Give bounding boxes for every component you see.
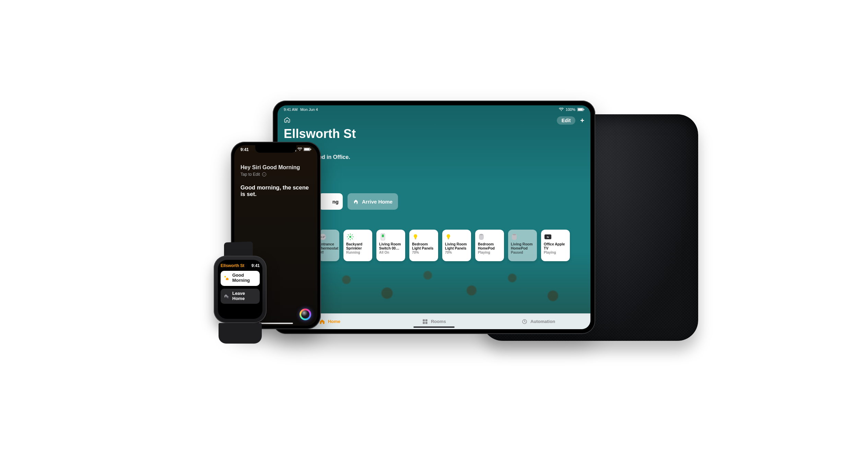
sun-house-icon [223, 275, 230, 281]
tile-name: Bedroom HomePod [478, 242, 501, 250]
add-button[interactable]: + [580, 117, 584, 125]
tile-bedroom-light-panels[interactable]: Bedroom Light Panels 70% [409, 230, 438, 261]
appletv-icon: tv [544, 232, 567, 241]
watch-title: Ellsworth St [221, 263, 244, 268]
tile-sub: 70% [412, 251, 435, 254]
ipad-tab-bar: Home Rooms Automation [278, 313, 590, 329]
svg-line-13 [348, 238, 349, 239]
sprinkler-icon [346, 232, 370, 241]
tab-label: Home [328, 319, 340, 324]
homepod-icon [511, 232, 534, 241]
tile-sub: Running [346, 251, 370, 254]
svg-point-33 [224, 276, 226, 278]
svg-rect-28 [425, 322, 427, 324]
scene-label: ng [332, 199, 339, 205]
tile-name: Living Room Light Panels [445, 242, 468, 250]
tap-to-edit-button[interactable]: Tap to Edit › [241, 172, 311, 177]
svg-rect-27 [423, 322, 425, 324]
wifi-icon [297, 147, 302, 152]
svg-rect-16 [382, 234, 384, 237]
siri-orb-icon[interactable] [300, 309, 311, 320]
tap-to-edit-label: Tap to Edit [241, 172, 260, 177]
home-icon[interactable] [284, 116, 291, 123]
thermostat-icon: 0.0° [319, 232, 337, 241]
watch-scene-leave-home[interactable]: Leave Home [221, 289, 260, 304]
tile-name: Entrance Thermostat [319, 242, 337, 250]
tab-label: Rooms [431, 319, 446, 324]
tile-name: Living Room HomePod [511, 242, 534, 250]
svg-line-11 [348, 234, 349, 235]
tile-name: Bedroom Light Panels [412, 242, 435, 250]
tile-living-room-switch[interactable]: Living Room Switch 00… All On [376, 230, 405, 261]
favorite-scenes-row: ng Arrive Home [319, 193, 590, 210]
automation-tab-icon [521, 319, 528, 325]
home-name-title: Ellsworth St [284, 127, 590, 141]
svg-text:tv: tv [547, 236, 549, 238]
tile-sub: Off [319, 251, 337, 254]
bulb-icon [412, 232, 435, 241]
tile-name: Office Apple TV [544, 242, 567, 250]
home-indicator[interactable] [259, 323, 293, 324]
status-subtitle: ed in Office. [319, 154, 590, 160]
svg-rect-18 [448, 239, 449, 239]
bulb-icon [445, 232, 468, 241]
switch-icon [379, 232, 402, 241]
edit-button[interactable]: Edit [557, 116, 575, 125]
svg-point-34 [227, 296, 228, 297]
tile-name: Living Room Switch 00… [379, 242, 402, 250]
svg-point-22 [513, 234, 516, 235]
favorite-accessories-row[interactable]: 0.0° Entrance Thermostat Off Backyard Sp… [319, 230, 590, 263]
watch-home-app: Ellsworth St 9:41 Good Morning Leave Hom… [218, 260, 262, 319]
watch-band [219, 323, 262, 344]
tab-label: Automation [530, 319, 555, 324]
watch-chip-label: Good Morning [232, 273, 257, 283]
svg-rect-17 [415, 239, 416, 239]
svg-point-20 [480, 234, 483, 235]
watch-scene-good-morning[interactable]: Good Morning [221, 271, 260, 286]
tile-sub: Playing [478, 251, 501, 254]
svg-point-6 [349, 236, 351, 238]
tile-entrance-thermostat[interactable]: 0.0° Entrance Thermostat Off [319, 230, 339, 261]
battery-icon [304, 147, 311, 152]
rooms-tab-icon [422, 319, 428, 325]
watch-status-bar: Ellsworth St 9:41 [221, 263, 260, 268]
tile-backyard-sprinkler[interactable]: Backyard Sprinkler Running [343, 230, 372, 261]
watch-chip-label: Leave Home [232, 291, 257, 301]
home-indicator[interactable] [413, 326, 455, 328]
ipad-home-app: 9:41 AM Mon Jun 4 100% [278, 105, 590, 329]
arrive-home-icon [353, 198, 359, 205]
scene-arrive-home[interactable]: Arrive Home [348, 193, 398, 210]
tab-automation[interactable]: Automation [486, 319, 590, 325]
tile-living-room-homepod[interactable]: Living Room HomePod Paused [508, 230, 537, 261]
svg-point-3 [357, 202, 358, 203]
svg-rect-25 [423, 319, 425, 321]
svg-rect-26 [425, 319, 427, 321]
leave-home-icon [223, 293, 230, 299]
svg-rect-32 [310, 149, 311, 150]
tile-bedroom-homepod[interactable]: Bedroom HomePod Playing [475, 230, 504, 261]
homepod-icon [478, 232, 501, 241]
scene-good-morning[interactable]: ng [319, 193, 343, 210]
tile-sub: Playing [544, 251, 567, 254]
ipad-device: 9:41 AM Mon Jun 4 100% [273, 101, 595, 334]
siri-user-utterance: Hey Siri Good Morning [241, 164, 311, 171]
tile-name: Backyard Sprinkler [346, 242, 370, 250]
svg-line-14 [352, 234, 353, 235]
tile-sub: 70% [445, 251, 468, 254]
siri-response: Good morning, the scene is set. [241, 184, 311, 197]
scene-label: Arrive Home [362, 199, 392, 205]
tile-living-room-light-panels[interactable]: Living Room Light Panels 70% [442, 230, 471, 261]
svg-line-12 [352, 238, 353, 239]
watch-device: Ellsworth St 9:41 Good Morning Leave Hom… [214, 256, 267, 323]
svg-text:0.0°: 0.0° [320, 235, 325, 239]
svg-rect-31 [304, 148, 310, 151]
status-time: 9:41 [241, 147, 249, 152]
tab-rooms[interactable]: Rooms [382, 319, 486, 325]
tile-sub: All On [379, 251, 402, 254]
chevron-right-icon: › [262, 172, 266, 176]
watch-time: 9:41 [251, 263, 260, 268]
tile-sub: Paused [511, 251, 534, 254]
tile-office-apple-tv[interactable]: tv Office Apple TV Playing [541, 230, 570, 261]
iphone-notch [255, 145, 296, 153]
